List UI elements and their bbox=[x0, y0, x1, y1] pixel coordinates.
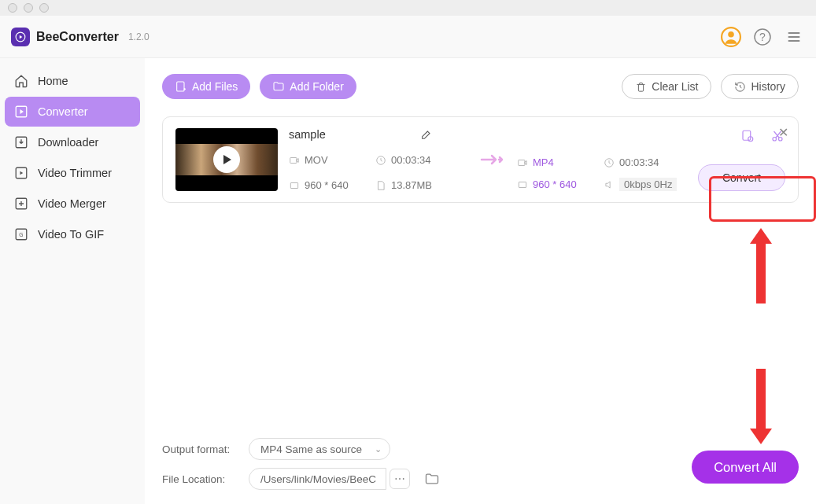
home-icon bbox=[14, 74, 28, 88]
resolution-icon bbox=[289, 180, 300, 191]
file-location-field[interactable]: /Users/link/Movies/BeeC bbox=[249, 468, 386, 490]
top-bar: BeeConverter 1.2.0 ? bbox=[0, 16, 816, 58]
audio-icon bbox=[604, 179, 615, 190]
sidebar-item-home[interactable]: Home bbox=[5, 66, 140, 96]
open-folder-icon[interactable] bbox=[424, 471, 440, 487]
trash-icon bbox=[635, 81, 647, 93]
sidebar-item-gif[interactable]: G Video To GIF bbox=[5, 219, 140, 249]
sidebar-item-merger[interactable]: Video Merger bbox=[5, 189, 140, 219]
account-icon[interactable] bbox=[720, 26, 742, 48]
src-duration: 00:03:34 bbox=[391, 154, 431, 166]
window-titlebar bbox=[0, 0, 816, 16]
annotation-arrow-icon bbox=[745, 369, 777, 447]
app-version: 1.2.0 bbox=[128, 31, 150, 42]
sidebar-item-label: Converter bbox=[38, 105, 88, 118]
video-icon bbox=[289, 155, 300, 166]
sidebar-item-label: Downloader bbox=[38, 136, 98, 149]
svg-rect-15 bbox=[519, 160, 525, 165]
sidebar-item-converter[interactable]: Converter bbox=[5, 97, 140, 127]
svg-rect-17 bbox=[519, 182, 526, 187]
maximize-window-dot[interactable] bbox=[39, 3, 49, 13]
svg-text:G: G bbox=[19, 232, 23, 237]
add-files-icon bbox=[175, 80, 187, 93]
sidebar: Home Converter Downloader Video Trimmer … bbox=[0, 58, 145, 504]
app-logo-icon bbox=[11, 28, 30, 46]
download-icon bbox=[14, 135, 28, 149]
file-name: sample bbox=[289, 128, 326, 141]
trimmer-icon bbox=[14, 166, 28, 180]
rename-icon[interactable] bbox=[420, 128, 433, 141]
video-thumbnail[interactable] bbox=[175, 128, 278, 191]
output-format-label: Output format: bbox=[162, 443, 241, 455]
sidebar-item-label: Video To GIF bbox=[38, 228, 104, 241]
remove-item-icon[interactable]: ✕ bbox=[778, 125, 788, 140]
svg-point-2 bbox=[728, 31, 734, 37]
gif-icon: G bbox=[14, 227, 28, 241]
file-icon bbox=[375, 180, 386, 191]
arrow-separator bbox=[470, 128, 517, 191]
dst-format[interactable]: MP4 bbox=[533, 156, 554, 168]
add-folder-icon bbox=[272, 80, 285, 93]
file-card: ✕ sample MOV 00:03:34 960 * 640 13.87MB bbox=[162, 116, 799, 203]
sidebar-item-label: Video Merger bbox=[38, 197, 106, 210]
src-size: 13.87MB bbox=[391, 179, 432, 191]
sidebar-item-downloader[interactable]: Downloader bbox=[5, 127, 140, 157]
clock-icon bbox=[375, 155, 386, 166]
settings-icon[interactable] bbox=[740, 128, 755, 144]
history-button[interactable]: History bbox=[721, 74, 799, 99]
sidebar-item-label: Home bbox=[38, 75, 68, 87]
clear-list-button[interactable]: Clear List bbox=[622, 74, 711, 99]
sidebar-item-label: Video Trimmer bbox=[38, 167, 112, 179]
add-folder-button[interactable]: Add Folder bbox=[260, 74, 356, 99]
close-window-dot[interactable] bbox=[8, 3, 17, 13]
video-icon bbox=[517, 157, 528, 168]
output-format-select[interactable]: MP4 Same as source ⌄ bbox=[249, 438, 390, 460]
converter-icon bbox=[14, 105, 28, 119]
history-icon bbox=[734, 81, 746, 93]
svg-rect-11 bbox=[177, 82, 184, 91]
annotation-arrow-icon bbox=[745, 225, 777, 304]
minimize-window-dot[interactable] bbox=[24, 3, 33, 13]
play-icon bbox=[213, 146, 240, 173]
dst-resolution[interactable]: 960 * 640 bbox=[533, 178, 577, 190]
svg-rect-18 bbox=[743, 131, 751, 140]
src-resolution: 960 * 640 bbox=[305, 179, 349, 191]
help-icon[interactable]: ? bbox=[751, 26, 774, 48]
svg-rect-12 bbox=[290, 157, 297, 163]
dst-audio: 0kbps 0Hz bbox=[619, 178, 677, 191]
menu-icon[interactable] bbox=[783, 26, 805, 48]
add-files-button[interactable]: Add Files bbox=[162, 74, 250, 99]
app-name: BeeConverter bbox=[36, 30, 119, 44]
svg-text:?: ? bbox=[759, 31, 766, 43]
svg-rect-14 bbox=[290, 182, 297, 188]
main-panel: Add Files Add Folder Clear List History … bbox=[145, 58, 816, 504]
merger-icon bbox=[14, 197, 28, 211]
convert-button[interactable]: Convert bbox=[698, 164, 785, 191]
dst-duration: 00:03:34 bbox=[619, 156, 659, 168]
convert-all-button[interactable]: Convert All bbox=[692, 451, 799, 484]
file-location-label: File Location: bbox=[162, 473, 241, 485]
clock-icon bbox=[604, 157, 615, 168]
resolution-icon bbox=[517, 179, 528, 190]
src-format: MOV bbox=[305, 154, 328, 166]
browse-location-button[interactable]: ⋯ bbox=[390, 469, 410, 489]
chevron-down-icon: ⌄ bbox=[375, 444, 382, 454]
sidebar-item-trimmer[interactable]: Video Trimmer bbox=[5, 158, 140, 188]
toolbar: Add Files Add Folder Clear List History bbox=[162, 74, 799, 99]
